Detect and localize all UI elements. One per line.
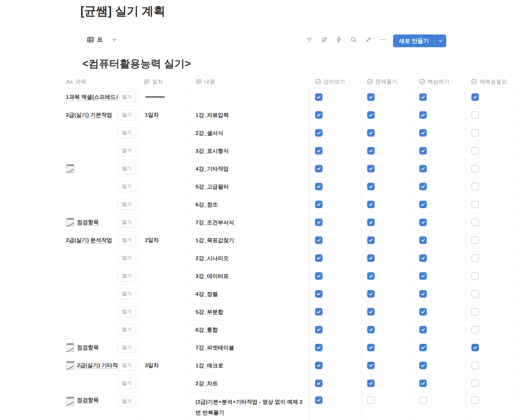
day-cell[interactable] — [138, 88, 190, 106]
content-cell[interactable]: 2강_셀서식 — [190, 124, 309, 142]
subject-cell[interactable]: 열기 — [61, 178, 138, 195]
open-row-button[interactable]: 열기 — [118, 360, 136, 371]
more-icon[interactable] — [379, 36, 387, 44]
content-cell[interactable]: (2급)기본+분석+기타작업 - 영상 없이 예제 2번 반복풀기 — [190, 392, 309, 417]
open-row-button[interactable]: 열기 — [118, 92, 136, 102]
checkbox-checked[interactable] — [367, 219, 375, 226]
content-cell[interactable]: 4강_기타작업 — [190, 160, 309, 177]
add-view-button[interactable] — [110, 36, 118, 44]
subject-cell[interactable]: 열기 — [61, 285, 138, 303]
checkbox-checked[interactable] — [367, 93, 375, 101]
checkbox-checked[interactable] — [315, 165, 323, 172]
day-cell[interactable]: 3일차 — [138, 356, 190, 374]
subject-link[interactable]: 2급(실기) 기타작업 — [77, 362, 123, 369]
checkbox-checked[interactable] — [315, 326, 323, 333]
checkbox-checked[interactable] — [367, 183, 375, 190]
day-cell[interactable]: 1일차 — [138, 106, 190, 124]
checkbox-checked[interactable] — [315, 380, 323, 387]
checkbox-checked[interactable] — [419, 236, 427, 244]
open-row-button[interactable]: 열기 — [118, 253, 136, 263]
checkbox-checked[interactable] — [419, 308, 427, 316]
checkbox-unchecked[interactable] — [471, 272, 479, 280]
checkbox-checked[interactable] — [471, 93, 479, 101]
open-row-button[interactable]: 열기 — [118, 288, 136, 299]
checkbox-checked[interactable] — [367, 290, 375, 298]
content-cell[interactable] — [190, 88, 309, 106]
checkbox-checked[interactable] — [419, 183, 427, 190]
subject-cell[interactable]: 열기 — [61, 374, 138, 392]
day-cell[interactable] — [138, 303, 190, 320]
checkbox-checked[interactable] — [315, 254, 323, 262]
open-row-button[interactable]: 열기 — [118, 181, 136, 192]
checkbox-checked[interactable] — [367, 129, 375, 137]
subject-link[interactable]: 점검항목 — [77, 396, 99, 404]
automation-icon[interactable] — [335, 36, 343, 44]
subject-cell[interactable]: 2급(실기) 분석작업 열기 — [61, 231, 138, 249]
open-row-button[interactable]: 열기 — [118, 342, 136, 353]
day-cell[interactable] — [138, 249, 190, 267]
open-row-button[interactable]: 열기 — [118, 127, 136, 138]
checkbox-unchecked[interactable] — [471, 380, 479, 387]
content-cell[interactable]: 5강_고급필터 — [190, 178, 309, 195]
new-entry-button[interactable]: 새로 만들기 — [393, 34, 435, 47]
content-cell[interactable]: 1강_목표값찾기 — [190, 231, 309, 249]
day-cell[interactable] — [138, 417, 190, 420]
column-header-rereview[interactable]: 재복습필요 — [466, 75, 518, 88]
subject-cell[interactable]: 열기 — [61, 142, 138, 159]
open-row-button[interactable]: 열기 — [118, 199, 136, 210]
subject-cell[interactable]: 점검항목 열기 — [61, 213, 138, 231]
checkbox-unchecked[interactable] — [471, 254, 479, 262]
content-cell[interactable]: 5강_부분합 — [190, 303, 309, 320]
subject-cell[interactable]: 열기 — [61, 124, 138, 142]
subject-cell[interactable] — [61, 417, 138, 420]
checkbox-checked[interactable] — [367, 344, 375, 351]
day-cell[interactable] — [138, 178, 190, 195]
subject-cell[interactable]: 2급(실기) 기본작업 열기 — [61, 106, 138, 124]
checkbox-checked[interactable] — [367, 272, 375, 280]
day-cell[interactable] — [138, 267, 190, 285]
checkbox-checked[interactable] — [419, 93, 427, 101]
checkbox-checked[interactable] — [419, 326, 427, 333]
checkbox-checked[interactable] — [315, 344, 323, 351]
checkbox-checked[interactable] — [419, 201, 427, 208]
subject-cell[interactable]: 열기 — [61, 160, 138, 177]
subject-link[interactable]: 점검항목 — [77, 344, 99, 351]
checkbox-checked[interactable] — [419, 380, 427, 387]
checkbox-unchecked[interactable] — [471, 326, 479, 333]
open-row-button[interactable]: 열기 — [118, 109, 136, 120]
day-cell[interactable] — [138, 160, 190, 177]
checkbox-checked[interactable] — [419, 362, 427, 369]
column-header-content[interactable]: 내용 — [190, 75, 309, 88]
checkbox-checked[interactable] — [419, 254, 427, 262]
checkbox-checked[interactable] — [315, 362, 323, 369]
checkbox-checked[interactable] — [419, 290, 427, 298]
new-entry-dropdown-button[interactable] — [435, 34, 446, 47]
open-row-button[interactable]: 열기 — [118, 396, 136, 407]
checkbox-checked[interactable] — [315, 129, 323, 137]
checkbox-checked[interactable] — [419, 165, 427, 172]
checkbox-checked[interactable] — [471, 344, 479, 351]
checkbox-checked[interactable] — [367, 147, 375, 155]
checkbox-checked[interactable] — [419, 129, 427, 137]
subject-cell[interactable]: 점검항목 열기 — [61, 392, 138, 417]
content-cell[interactable]: 1강_매크로 — [190, 356, 309, 374]
checkbox-checked[interactable] — [367, 254, 375, 262]
day-cell[interactable] — [138, 213, 190, 231]
checkbox-checked[interactable] — [315, 147, 323, 155]
day-cell[interactable]: 2일차 — [138, 231, 190, 249]
content-cell[interactable]: 1강_자료입력 — [190, 106, 309, 124]
checkbox-checked[interactable] — [315, 201, 323, 208]
content-cell[interactable]: 6강_통합 — [190, 321, 309, 338]
checkbox-unchecked[interactable] — [367, 396, 375, 404]
subject-link[interactable]: 2급(실기) 기본작업 — [66, 111, 112, 118]
day-cell[interactable] — [138, 142, 190, 159]
checkbox-checked[interactable] — [419, 147, 427, 155]
checkbox-unchecked[interactable] — [471, 111, 479, 119]
checkbox-unchecked[interactable] — [471, 201, 479, 208]
content-cell[interactable]: 3강_데이터표 — [190, 267, 309, 285]
content-cell[interactable]: 7강_피벗테이블 — [190, 339, 309, 356]
checkbox-unchecked[interactable] — [471, 290, 479, 298]
open-row-button[interactable]: 열기 — [118, 145, 136, 156]
checkbox-checked[interactable] — [419, 219, 427, 226]
open-row-button[interactable]: 열기 — [118, 306, 136, 317]
